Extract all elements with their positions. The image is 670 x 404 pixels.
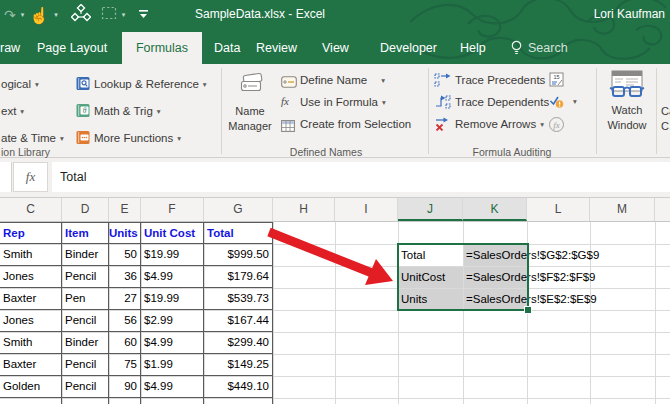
selection-icon[interactable] xyxy=(101,6,117,24)
tab-formulas[interactable]: Formulas xyxy=(122,32,202,64)
error-checking-icon[interactable] xyxy=(549,95,564,113)
cell-f3[interactable]: $4.99 xyxy=(141,266,204,288)
cell-g5[interactable]: $167.44 xyxy=(204,310,273,332)
cell-k2-ref[interactable]: =SalesOrders!$G$2:$G$9 xyxy=(466,245,599,265)
worksheet-grid[interactable]: Rep Item Units Unit Cost Total Smith Bin… xyxy=(0,222,670,404)
formula-input[interactable]: Total xyxy=(52,162,670,192)
cell-e2[interactable]: 50 xyxy=(109,244,141,266)
lookup-reference-button[interactable]: Lookup & Reference▾ xyxy=(94,77,207,92)
tab-developer[interactable]: Developer xyxy=(380,32,437,64)
cell-f2[interactable]: $19.99 xyxy=(141,244,204,266)
more-functions-button[interactable]: More Functions▾ xyxy=(94,131,181,146)
cell-j2-name[interactable]: Total xyxy=(401,245,425,265)
cell-e8[interactable]: 90 xyxy=(109,376,141,398)
column-header-l[interactable]: L xyxy=(527,198,590,221)
cell-d5[interactable]: Pencil xyxy=(62,310,109,332)
cell-d3[interactable]: Pencil xyxy=(62,266,109,288)
tab-page-layout[interactable]: Page Layout xyxy=(37,32,107,64)
trace-dependents-button[interactable]: Trace Dependents xyxy=(455,95,549,110)
cell-g9[interactable]: $63.68 xyxy=(204,398,273,404)
cell-e9[interactable]: 32 xyxy=(109,398,141,404)
watch-window-button[interactable]: Watch Window xyxy=(600,64,654,158)
cell-f1[interactable]: Unit Cost xyxy=(141,222,204,244)
define-name-button[interactable]: Define Name▾ xyxy=(300,73,385,88)
tab-view[interactable]: View xyxy=(322,32,349,64)
cell-d4[interactable]: Pen xyxy=(62,288,109,310)
cell-e5[interactable]: 56 xyxy=(109,310,141,332)
cell-c5[interactable]: Jones xyxy=(0,310,62,332)
cell-c3[interactable]: Jones xyxy=(0,266,62,288)
math-trig-button[interactable]: Math & Trig▾ xyxy=(94,104,161,119)
cell-e4[interactable]: 27 xyxy=(109,288,141,310)
cell-k3-ref[interactable]: =SalesOrders!$F$2:$F$9 xyxy=(466,267,595,287)
insert-function-button[interactable]: fx xyxy=(13,162,48,192)
cell-j4-name[interactable]: Units xyxy=(401,289,427,309)
cell-e7[interactable]: 75 xyxy=(109,354,141,376)
touch-mode-dropdown-icon[interactable]: ▾ xyxy=(54,11,58,19)
redo-icon[interactable]: ↷ xyxy=(4,3,16,27)
error-checking-dropdown-icon[interactable]: ▾ xyxy=(573,97,577,106)
text-button[interactable]: ext▾ xyxy=(1,104,24,119)
cell-d6[interactable]: Binder xyxy=(62,332,109,354)
cell-f8[interactable]: $4.99 xyxy=(141,376,204,398)
column-header-e[interactable]: E xyxy=(109,198,141,221)
cell-g3[interactable]: $179.64 xyxy=(204,266,273,288)
cell-f5[interactable]: $2.99 xyxy=(141,310,204,332)
name-manager-button[interactable]: Name Manager xyxy=(226,64,274,158)
column-header-m[interactable]: M xyxy=(590,198,655,221)
tab-data[interactable]: Data xyxy=(214,32,240,64)
cell-f6[interactable]: $4.99 xyxy=(141,332,204,354)
tab-review[interactable]: Review xyxy=(256,32,297,64)
remove-arrows-button[interactable]: Remove Arrows▾ xyxy=(455,117,544,132)
cell-d9[interactable]: Pencil xyxy=(62,398,109,404)
column-header-h[interactable]: H xyxy=(273,198,335,221)
cell-f4[interactable]: $19.99 xyxy=(141,288,204,310)
column-header-d[interactable]: D xyxy=(62,198,109,221)
cell-d8[interactable]: Pencil xyxy=(62,376,109,398)
column-header-k[interactable]: K xyxy=(463,198,527,221)
cell-c1[interactable]: Rep xyxy=(0,222,62,244)
fill-handle[interactable] xyxy=(524,306,532,314)
cell-c9[interactable]: Jones xyxy=(0,398,62,404)
tab-help[interactable]: Help xyxy=(460,32,486,64)
cell-e3[interactable]: 36 xyxy=(109,266,141,288)
cell-e6[interactable]: 60 xyxy=(109,332,141,354)
cell-g2[interactable]: $999.50 xyxy=(204,244,273,266)
evaluate-formula-icon[interactable]: fx xyxy=(549,117,564,132)
cell-c4[interactable]: Baxter xyxy=(0,288,62,310)
logical-button[interactable]: ogical▾ xyxy=(1,77,39,92)
cell-f9[interactable]: $1.99 xyxy=(141,398,204,404)
search-box[interactable]: Search xyxy=(528,32,568,64)
cell-g6[interactable]: $299.40 xyxy=(204,332,273,354)
show-formulas-icon[interactable]: 15 xyxy=(549,72,565,92)
use-in-formula-button[interactable]: Use in Formula▾ xyxy=(300,95,386,110)
account-name[interactable]: Lori Kaufman xyxy=(594,7,665,21)
diagram-icon[interactable] xyxy=(71,4,91,26)
column-header-c[interactable]: C xyxy=(0,198,62,221)
touch-mode-icon[interactable]: ☝ xyxy=(29,6,49,25)
trace-precedents-button[interactable]: Trace Precedents xyxy=(455,73,545,88)
column-header-g[interactable]: G xyxy=(204,198,273,221)
cell-g7[interactable]: $149.25 xyxy=(204,354,273,376)
cell-f7[interactable]: $1.99 xyxy=(141,354,204,376)
column-header-n-partial[interactable] xyxy=(655,198,670,221)
cell-d1[interactable]: Item xyxy=(62,222,109,244)
cell-c2[interactable]: Smith xyxy=(0,244,62,266)
cell-d7[interactable]: Pencil xyxy=(62,354,109,376)
date-time-button[interactable]: ate & Time▾ xyxy=(1,131,64,146)
cell-e1[interactable]: Units xyxy=(109,222,141,244)
column-header-j[interactable]: J xyxy=(398,198,463,221)
tell-me-lightbulb-icon[interactable] xyxy=(510,40,523,61)
cell-g4[interactable]: $539.73 xyxy=(204,288,273,310)
cell-d2[interactable]: Binder xyxy=(62,244,109,266)
cell-c6[interactable]: Smith xyxy=(0,332,62,354)
cell-g8[interactable]: $449.10 xyxy=(204,376,273,398)
column-header-i[interactable]: I xyxy=(335,198,398,221)
name-box[interactable] xyxy=(0,162,12,192)
cell-j3-name[interactable]: UnitCost xyxy=(401,267,445,287)
calculation-options-cut-label-1[interactable]: Ca xyxy=(661,104,670,119)
create-from-selection-button[interactable]: Create from Selection xyxy=(300,117,411,132)
cell-c8[interactable]: Golden xyxy=(0,376,62,398)
customize-qat-icon[interactable] xyxy=(138,6,149,24)
cell-g1[interactable]: Total xyxy=(204,222,273,244)
